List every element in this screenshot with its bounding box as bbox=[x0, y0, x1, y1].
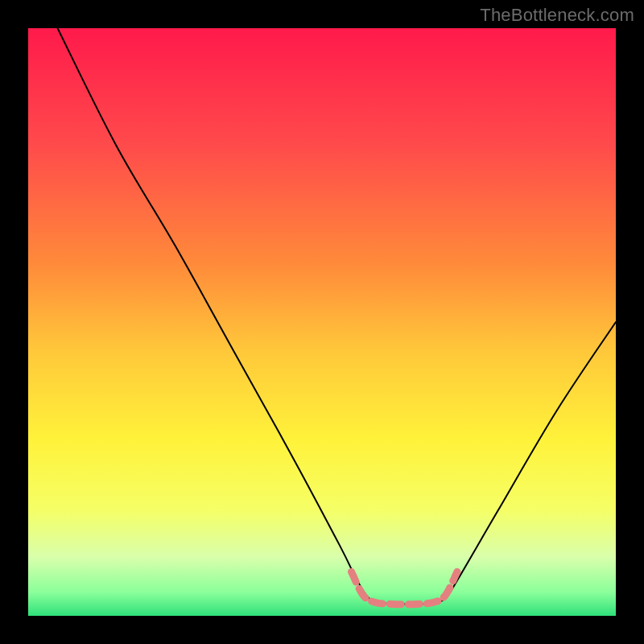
plot-svg bbox=[28, 28, 616, 616]
gradient-background bbox=[28, 28, 616, 616]
plot-area bbox=[28, 28, 616, 616]
chart-frame: TheBottleneck.com bbox=[0, 0, 644, 644]
watermark-text: TheBottleneck.com bbox=[480, 5, 634, 26]
